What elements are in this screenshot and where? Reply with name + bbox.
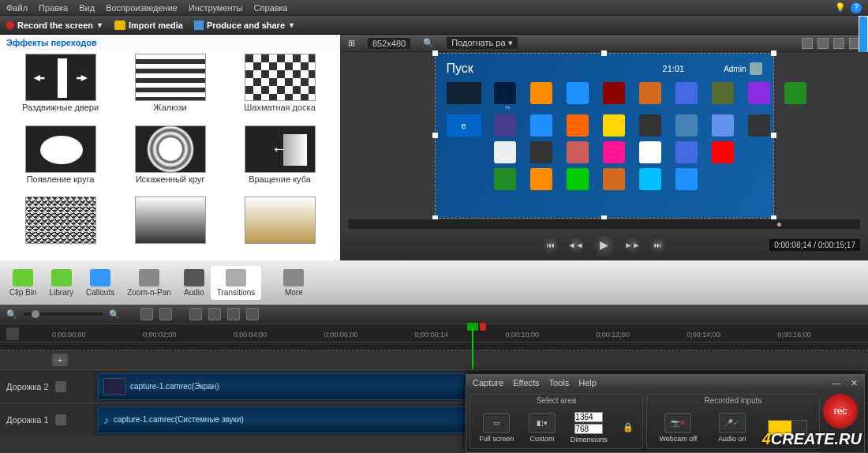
transition-item[interactable] — [6, 197, 114, 257]
split-icon[interactable] — [208, 308, 221, 320]
width-field[interactable] — [574, 412, 603, 422]
fullscreen-option[interactable]: ▭Full screen — [479, 413, 514, 443]
tab-library[interactable]: Library — [43, 266, 80, 300]
transition-item[interactable] — [226, 197, 334, 257]
preview-scrubber[interactable] — [348, 219, 860, 229]
webcam-toggle[interactable]: 📷✕Webcam off — [659, 413, 697, 443]
folder-icon — [114, 21, 125, 30]
timeline-settings-icon[interactable] — [6, 328, 19, 340]
music-note-icon: ♪ — [103, 414, 109, 426]
shrink-icon[interactable]: ⊞ — [348, 38, 355, 48]
tab-clipbin[interactable]: Clip Bin — [3, 266, 43, 300]
paste-icon[interactable] — [246, 308, 259, 320]
record-screen-button[interactable]: Record the screen▼ — [6, 21, 103, 30]
menu-file[interactable]: Файл — [6, 3, 28, 13]
start-title: Пуск — [447, 62, 473, 76]
preview-toolbar: ⊞ 852x480 🔍 Подогнать ра ▾ — [340, 35, 868, 52]
tool-tabs: Clip Bin Library Callouts Zoom-n-Pan Aud… — [0, 260, 868, 305]
timeline-toolbar: 🔍 🔍 — [0, 305, 868, 324]
share-icon — [194, 21, 204, 30]
tab-more[interactable]: More — [277, 266, 310, 300]
resize-handle[interactable] — [771, 133, 776, 138]
custom-option[interactable]: ◧▾Custom — [529, 413, 556, 443]
zoom-out-icon[interactable]: 🔍 — [6, 309, 17, 320]
close-icon[interactable]: ✕ — [851, 378, 858, 388]
preview-panel: ⊞ 852x480 🔍 Подогнать ра ▾ — [340, 35, 868, 260]
transition-item[interactable]: Появление круга — [6, 125, 114, 196]
transitions-panel: Эффекты переходов Раздвижные двери Жалюз… — [0, 35, 340, 260]
tab-audio[interactable]: Audio — [178, 266, 211, 300]
tab-transitions[interactable]: Transitions — [211, 266, 262, 300]
import-media-button[interactable]: Import media — [114, 21, 183, 30]
rec-menu-capture[interactable]: Capture — [473, 378, 503, 387]
preview-canvas[interactable]: Пуск 21:01 Admin Ps — [435, 53, 774, 219]
menu-help[interactable]: Справка — [254, 3, 288, 13]
transition-item[interactable]: Вращение куба — [226, 125, 334, 196]
transition-item[interactable] — [116, 197, 224, 257]
mic-icon: 🎤✓ — [719, 413, 746, 433]
undo-icon[interactable] — [140, 308, 153, 320]
custom-area-icon: ◧▾ — [529, 413, 556, 433]
tips-icon[interactable]: 💡 — [835, 2, 846, 13]
track-label: Дорожка 2 — [6, 382, 49, 391]
preview-dimensions[interactable]: 852x480 — [368, 38, 410, 49]
resize-handle[interactable] — [601, 51, 607, 56]
play-button[interactable]: ▶ — [593, 233, 616, 256]
popout-icon[interactable] — [833, 38, 844, 49]
resize-handle[interactable] — [432, 51, 438, 56]
preview-canvas-area[interactable]: Пуск 21:01 Admin Ps — [340, 52, 868, 219]
tab-callouts[interactable]: Callouts — [80, 266, 121, 300]
zoom-slider[interactable] — [24, 313, 103, 316]
preview-fit-combo[interactable]: Подогнать ра ▾ — [447, 37, 517, 49]
timeline-ruler[interactable]: 0;00:00;00 0;00:02;00 0;00:04;00 0;00:06… — [0, 324, 868, 343]
menu-edit[interactable]: Правка — [39, 3, 68, 13]
audio-toggle[interactable]: 🎤✓Audio on — [718, 413, 746, 443]
add-track-button[interactable]: + — [52, 354, 68, 366]
rec-menu-effects[interactable]: Effects — [513, 378, 539, 387]
lock-icon[interactable] — [55, 414, 66, 425]
start-time: 21:01 — [663, 64, 685, 73]
cut-icon[interactable] — [189, 308, 202, 320]
zoom-in-icon[interactable]: 🔍 — [109, 309, 120, 320]
copy-icon[interactable] — [227, 308, 240, 320]
resize-handle[interactable] — [771, 51, 776, 56]
produce-share-button[interactable]: Produce and share▼ — [194, 21, 295, 30]
crop-icon[interactable] — [802, 38, 813, 49]
record-icon — [6, 21, 14, 29]
rec-menu-help[interactable]: Help — [578, 378, 597, 387]
transition-item[interactable]: Шахматная доска — [226, 54, 334, 124]
track-label: Дорожка 1 — [6, 415, 49, 425]
tab-zoom[interactable]: Zoom-n-Pan — [121, 266, 178, 300]
start-user: Admin — [724, 65, 746, 73]
video-clip[interactable]: capture-1.camrec(Экран) — [98, 373, 469, 400]
prev-button[interactable]: ⏮ — [542, 236, 559, 253]
menubar: Файл Правка Вид Воспроизведение Инструме… — [0, 0, 868, 16]
menu-play[interactable]: Воспроизведение — [106, 3, 178, 13]
forward-button[interactable]: ►► — [624, 236, 642, 253]
lock-icon[interactable] — [55, 381, 66, 392]
help-icon[interactable]: ? — [851, 2, 862, 13]
resize-handle[interactable] — [432, 133, 438, 138]
transition-item[interactable]: Жалюзи — [116, 54, 224, 124]
transition-item[interactable]: Раздвижные двери — [6, 54, 114, 124]
minimize-icon[interactable]: — — [832, 378, 841, 387]
menu-tools[interactable]: Инструменты — [189, 3, 243, 13]
fullscreen-icon: ▭ — [483, 413, 510, 433]
rec-menu-tools[interactable]: Tools — [549, 378, 570, 387]
audio-clip[interactable]: ♪ capture-1.camrec(Системные звуки) — [98, 406, 469, 433]
zoom-icon[interactable]: 🔍 — [423, 38, 434, 48]
main-toolbar: Record the screen▼ Import media Produce … — [0, 16, 868, 35]
transition-item[interactable]: Искаженный круг — [116, 125, 224, 196]
menu-view[interactable]: Вид — [79, 3, 95, 13]
record-button[interactable]: rec — [823, 394, 858, 429]
watermark: 4CREATE.RU — [762, 430, 862, 448]
select-area-group: Select area ▭Full screen ◧▾Custom Dimens… — [470, 394, 643, 449]
height-field[interactable] — [574, 424, 603, 434]
rewind-button[interactable]: ◄◄ — [567, 236, 585, 253]
webcam-icon: 📷✕ — [664, 413, 691, 433]
pan-icon[interactable] — [817, 38, 829, 49]
avatar — [750, 62, 762, 75]
next-button[interactable]: ⏭ — [649, 236, 667, 253]
lock-aspect-icon[interactable]: 🔒 — [623, 422, 634, 432]
redo-icon[interactable] — [159, 308, 172, 320]
